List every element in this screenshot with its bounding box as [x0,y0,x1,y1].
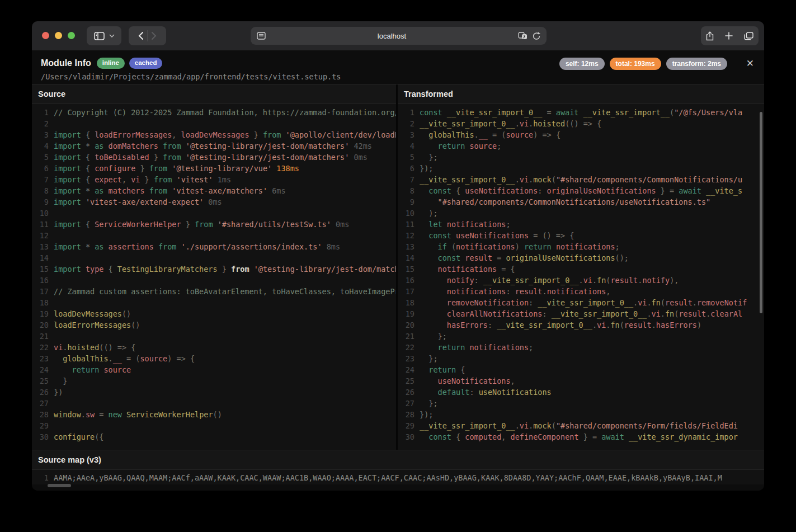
reader-icon[interactable] [257,32,266,40]
line-number: 14 [32,252,49,263]
sourcemap-section: Source map (v3) 1 AAMA;AAeA,yBAAG,QAAQ,M… [32,450,764,484]
code-line: 23 globalThis.__ = (source) => { [32,353,396,364]
code-line: 9import 'vitest-axe/extend-expect' 0ms [32,196,396,208]
code-line: 25 } [32,375,396,387]
line-number: 22 [32,342,49,353]
code-line: 9 "#shared/components/CommonNotification… [398,196,764,208]
minimize-window-button[interactable] [55,32,62,39]
line-number: 25 [32,375,49,387]
code-line: 2__vite_ssr_import_0__.vi.hoisted(() => … [398,118,764,129]
line-number: 18 [398,297,415,308]
code-line: 3import { loadErrorMessages, loadDevMess… [32,129,396,140]
url-field[interactable]: localhost [251,27,547,45]
code-line: 4 return source; [398,140,764,152]
sourcemap-line-number: 1 [32,472,49,484]
code-line: 17 notifications: result.notifications, [398,286,764,297]
transformed-code-area[interactable]: 1const __vite_ssr_import_0__ = await __v… [398,104,764,450]
line-number: 14 [398,252,415,263]
code-line: 14 const result = originalUseNotificatio… [398,252,764,263]
timing-badge: total: 193ms [610,58,661,70]
source-panel: Source 1// Copyright (C) 2012-2025 Zamma… [32,84,396,450]
transformed-panel: Transformed 1const __vite_ssr_import_0__… [398,84,764,450]
zoom-window-button[interactable] [68,32,75,39]
line-number: 28 [398,409,415,420]
forward-icon[interactable] [151,31,157,40]
code-line: 21 [32,331,396,342]
code-line: 26 default: useNotifications [398,387,764,398]
url-text: localhost [266,32,518,40]
line-number: 7 [32,174,49,185]
line-number: 17 [32,286,49,297]
line-number: 5 [32,152,49,163]
back-icon[interactable] [138,31,144,40]
code-line: 29__vite_ssr_import_0__.vi.mock("#shared… [398,420,764,431]
code-line: 24 return source [32,364,396,375]
line-number: 27 [398,398,415,409]
line-number: 10 [32,208,49,219]
line-number: 16 [32,275,49,286]
line-number: 30 [398,431,415,442]
module-inspector-page: Module Info inlinecached self: 12mstotal… [32,50,764,491]
share-icon[interactable] [706,31,714,41]
code-panels: Source 1// Copyright (C) 2012-2025 Zamma… [32,84,764,450]
screen: localhost [0,0,796,532]
sourcemap-mappings: AAMA;AAeA,yBAAG,QAAQ,MAAM;AACf,aAAW,KAAK… [54,472,764,484]
code-line: 15import type { TestingLibraryMatchers }… [32,263,396,275]
line-number: 8 [32,185,49,196]
code-line: 6}); [398,163,764,174]
line-number: 27 [32,398,49,409]
sourcemap-title: Source map (v3) [32,450,764,470]
line-number: 25 [398,375,415,387]
code-line: 11 let notifications; [398,219,764,230]
line-number: 24 [32,364,49,375]
vertical-scrollbar[interactable] [760,112,762,313]
code-line: 1// Copyright (C) 2012-2025 Zammad Found… [32,107,396,118]
line-number: 30 [32,431,49,442]
code-line: 29 [32,420,396,431]
line-number: 5 [398,152,415,163]
line-number: 4 [32,140,49,152]
page-title: Module Info [41,58,91,68]
line-number: 13 [32,241,49,252]
line-number: 12 [32,230,49,241]
code-line: 19 clearAllNotifications: __vite_ssr_imp… [398,308,764,319]
tabs-icon[interactable] [744,32,753,40]
line-number: 23 [32,353,49,364]
module-info-header: Module Info inlinecached self: 12mstotal… [32,50,764,84]
module-file-path: /Users/vladimir/Projects/zammad/app/fron… [41,72,755,81]
transformed-panel-title: Transformed [398,84,764,104]
translate-icon[interactable] [518,32,528,40]
code-line: 7__vite_ssr_import_0__.vi.mock("#shared/… [398,174,764,185]
close-icon[interactable]: ✕ [744,55,756,72]
status-badge: cached [129,58,163,69]
nav-divider [147,30,148,41]
reload-icon[interactable] [533,32,540,40]
code-line: 27 }; [398,398,764,409]
line-number: 2 [398,118,415,129]
line-number: 29 [32,420,49,431]
code-line: 16 notify: __vite_ssr_import_0__.vi.fn(r… [398,275,764,286]
line-number: 26 [32,387,49,398]
sourcemap-line: 1 AAMA;AAeA,yBAAG,QAAQ,MAAM;AACf,aAAW,KA… [32,470,764,484]
line-number: 21 [398,331,415,342]
sidebar-icon [94,32,105,40]
nav-button-group [129,26,166,45]
line-number: 24 [398,364,415,375]
code-line: 4import * as domMatchers from '@testing-… [32,140,396,152]
line-number: 15 [398,263,415,275]
code-line: 11import { ServiceWorkerHelper } from '#… [32,219,396,230]
new-tab-icon[interactable] [725,32,733,40]
chevron-down-icon [109,34,115,37]
sidebar-toggle-button[interactable] [87,26,121,45]
source-code-area[interactable]: 1// Copyright (C) 2012-2025 Zammad Found… [32,104,396,450]
code-line: 12 [32,230,396,241]
code-line: 20 hasErrors: __vite_ssr_import_0__.vi.f… [398,319,764,331]
line-number: 11 [32,219,49,230]
code-line: 8 const { useNotifications: originalUseN… [398,185,764,196]
code-line: 16 [32,275,396,286]
close-window-button[interactable] [42,32,49,39]
line-number: 13 [398,241,415,252]
line-number: 19 [398,308,415,319]
line-number: 2 [32,118,49,129]
horizontal-scrollbar[interactable] [48,484,71,487]
